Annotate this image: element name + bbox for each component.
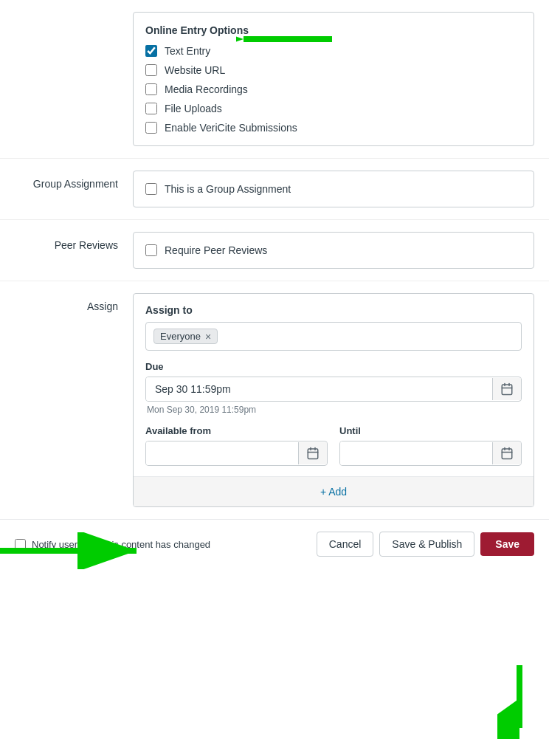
vericite-row: Enable VeriCite Submissions	[145, 122, 522, 134]
group-assignment-label: Group Assignment	[15, 171, 133, 190]
website-url-row: Website URL	[145, 64, 522, 76]
group-assignment-option-label: This is a Group Assignment	[165, 183, 291, 195]
online-entry-label	[15, 12, 133, 19]
available-from-calendar-button[interactable]	[298, 442, 327, 464]
assign-section: Assign to Everyone × Due	[133, 293, 534, 507]
media-recordings-row: Media Recordings	[145, 83, 522, 95]
group-assignment-checkbox[interactable]	[145, 183, 157, 195]
media-recordings-label: Media Recordings	[165, 83, 248, 95]
text-entry-row: Text Entry	[145, 45, 522, 57]
notify-checkbox[interactable]	[15, 539, 26, 550]
notify-label: Notify users that this content has chang…	[32, 539, 210, 550]
until-input[interactable]	[339, 441, 522, 466]
until-col: Until	[339, 425, 522, 466]
text-entry-label: Text Entry	[165, 45, 210, 57]
media-recordings-checkbox[interactable]	[145, 83, 157, 95]
until-field[interactable]	[340, 441, 492, 465]
until-label: Until	[339, 425, 522, 436]
svg-rect-6	[308, 449, 318, 459]
available-row: Available from	[134, 425, 534, 476]
online-entry-section: Online Entry Options Text Entry Website …	[133, 12, 534, 146]
file-uploads-label: File Uploads	[165, 103, 222, 114]
website-url-checkbox[interactable]	[145, 64, 157, 76]
action-buttons: Cancel Save & Publish Save	[317, 532, 534, 557]
peer-reviews-checkbox[interactable]	[145, 244, 157, 256]
due-calendar-button[interactable]	[492, 378, 521, 400]
vericite-checkbox[interactable]	[145, 122, 157, 134]
file-uploads-checkbox[interactable]	[145, 103, 157, 114]
save-publish-button[interactable]: Save & Publish	[379, 532, 474, 557]
due-label: Due	[145, 361, 522, 372]
available-from-field[interactable]	[146, 441, 298, 465]
website-url-label: Website URL	[165, 64, 225, 76]
peer-reviews-row: Peer Reviews Require Peer Reviews	[0, 220, 549, 281]
due-section: Due Mon Sep 30, 2019 11:59pm	[134, 361, 534, 425]
everyone-tag: Everyone ×	[153, 329, 218, 344]
svg-rect-10	[502, 449, 512, 459]
until-calendar-button[interactable]	[492, 442, 521, 464]
peer-reviews-section: Require Peer Reviews	[133, 232, 534, 269]
group-assignment-row: Group Assignment This is a Group Assignm…	[0, 159, 549, 220]
available-from-col: Available from	[145, 425, 328, 466]
notify-row: Notify users that this content has chang…	[15, 539, 317, 550]
due-date-field[interactable]	[146, 377, 492, 401]
cancel-button[interactable]: Cancel	[317, 532, 374, 557]
everyone-tag-close[interactable]: ×	[205, 331, 211, 342]
assign-box: Assign to Everyone × Due	[133, 293, 534, 507]
group-assignment-section: This is a Group Assignment	[133, 171, 534, 207]
available-from-label: Available from	[145, 425, 328, 436]
text-entry-checkbox[interactable]	[145, 45, 157, 57]
assign-row: Assign Assign to Everyone × Due	[0, 281, 549, 519]
vericite-label: Enable VeriCite Submissions	[165, 122, 297, 134]
green-arrow-save	[497, 665, 542, 741]
assign-label: Assign	[15, 293, 133, 312]
due-date-input[interactable]	[145, 377, 522, 402]
peer-reviews-label: Peer Reviews	[15, 232, 133, 251]
save-button[interactable]: Save	[480, 532, 534, 556]
peer-reviews-option-label: Require Peer Reviews	[165, 244, 267, 256]
due-date-hint: Mon Sep 30, 2019 11:59pm	[145, 405, 522, 415]
file-uploads-row: File Uploads	[145, 103, 522, 114]
bottom-bar: Notify users that this content has chang…	[0, 519, 549, 568]
peer-reviews-checkbox-row: Require Peer Reviews	[145, 244, 522, 256]
assign-to-input[interactable]: Everyone ×	[145, 322, 522, 351]
add-button[interactable]: + Add	[134, 476, 534, 506]
available-from-input[interactable]	[145, 441, 328, 466]
group-assignment-checkbox-row: This is a Group Assignment	[145, 183, 522, 195]
everyone-tag-label: Everyone	[160, 331, 201, 342]
svg-rect-2	[502, 385, 512, 395]
assign-to-header: Assign to	[134, 294, 534, 322]
online-entry-title: Online Entry Options	[145, 24, 522, 36]
